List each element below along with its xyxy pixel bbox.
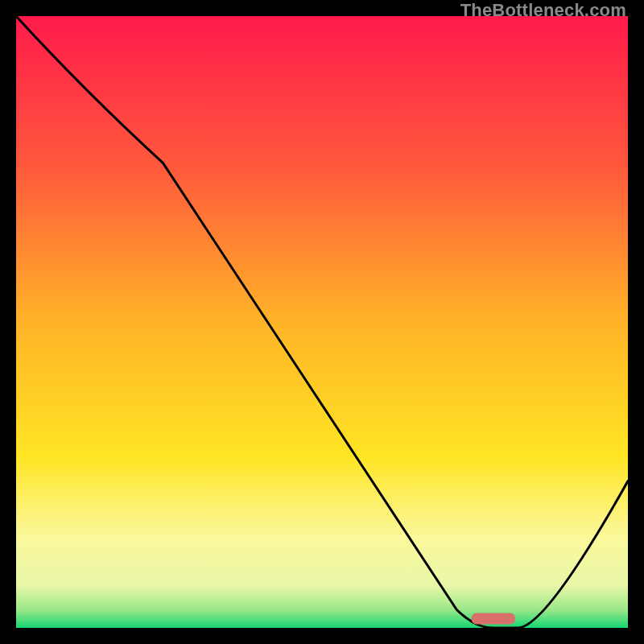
- watermark-text: TheBottleneck.com: [460, 0, 626, 21]
- chart-background-gradient: [16, 16, 628, 628]
- bottleneck-chart: [16, 16, 628, 628]
- optimal-marker: [472, 613, 515, 625]
